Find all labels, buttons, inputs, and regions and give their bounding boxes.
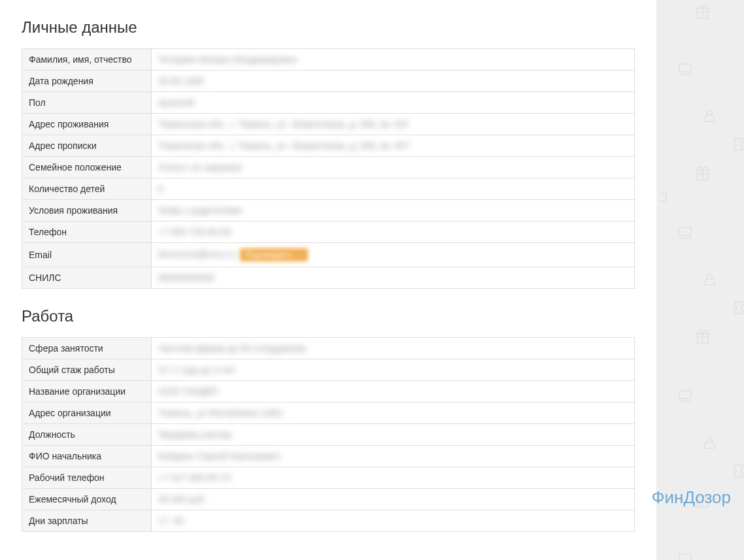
row-label: ФИО начальника: [22, 446, 152, 467]
table-row: ФИО начальникаБабурин Сергей Николаевич: [22, 446, 635, 467]
work-data-table: Сфера занятостиЧастная фирма до 50 сотру…: [22, 337, 635, 532]
blurred-value: мужской: [158, 97, 194, 108]
table-row: Семейное положениеХолост не замужем: [22, 157, 635, 178]
row-label: Дни зарплаты: [22, 510, 152, 532]
table-row: Адрес организацииТюмень, ул Республики 1…: [22, 403, 635, 424]
row-label: Количество детей: [22, 178, 152, 200]
blurred-value: Тюменская обл., г. Тюмень, ул. Энергетик…: [158, 140, 409, 151]
row-value: 17, 30: [152, 510, 635, 532]
row-label: Сфера занятости: [22, 338, 152, 359]
confirm-badge[interactable]: Подтвердить →: [240, 248, 308, 261]
row-label: Телефон: [22, 222, 152, 243]
row-value: ООО ТАНДЕР: [152, 381, 635, 403]
row-value: Бабурин Сергей Николаевич: [152, 446, 635, 467]
row-label: Адрес проживания: [22, 114, 152, 135]
row-value: Тюмень, ул Республики 148/1: [152, 403, 635, 424]
row-value: мужской: [152, 92, 635, 114]
row-value: Mxxxxxxx@xxxx.ruПодтвердить →: [152, 243, 635, 267]
svg-rect-2: [679, 227, 691, 235]
blurred-value: Бабурин Сергей Николаевич: [158, 451, 280, 461]
blurred-value: Mxxxxxxx@xxxx.ru: [158, 249, 236, 259]
blurred-value: 30.09.1990: [158, 76, 204, 86]
row-value: +7 917 000-00-70: [152, 467, 635, 489]
row-label: Общий стаж работы: [22, 359, 152, 381]
row-label: Семейное положение: [22, 157, 152, 178]
blurred-value: ООО ТАНДЕР: [158, 386, 218, 397]
table-row: Дни зарплаты17, 30: [22, 510, 635, 532]
watermark: ФинДозор: [652, 487, 731, 508]
blurred-value: Холост не замужем: [158, 162, 241, 173]
table-row: Количество детей0: [22, 178, 635, 200]
table-row: ДолжностьПродавец кассир: [22, 424, 635, 446]
row-value: Тетеркин Михаил Владимирович: [152, 49, 635, 71]
table-row: Условия проживанияЖиву с родителями: [22, 200, 635, 222]
row-label: Фамилия, имя, отчество: [22, 49, 152, 71]
row-label: Должность: [22, 424, 152, 446]
blurred-value: 0: [158, 184, 163, 194]
svg-rect-0: [679, 64, 691, 72]
blurred-value: 30 000 руб.: [158, 494, 206, 504]
table-row: Сфера занятостиЧастная фирма до 50 сотру…: [22, 338, 635, 359]
blurred-value: Тюменская обл., г. Тюмень, ул. Энергетик…: [158, 119, 409, 129]
blurred-value: 00000000000: [158, 272, 214, 283]
table-row: Телефон+7 900 700-00-00: [22, 222, 635, 243]
row-label: Название организации: [22, 381, 152, 403]
blurred-value: От 1 года до 3 лет: [158, 365, 235, 375]
row-value: От 1 года до 3 лет: [152, 359, 635, 381]
table-row: Адрес пропискиТюменская обл., г. Тюмень,…: [22, 135, 635, 157]
row-label: Рабочий телефон: [22, 467, 152, 489]
row-value: Тюменская обл., г. Тюмень, ул. Энергетик…: [152, 135, 635, 157]
blurred-value: +7 917 000-00-70: [158, 472, 231, 483]
blurred-value: Частная фирма до 50 сотрудников: [158, 343, 306, 354]
svg-rect-3: [679, 391, 691, 399]
row-value: 30 000 руб.: [152, 489, 635, 510]
blurred-value: Продавец кассир: [158, 429, 231, 440]
row-label: Условия проживания: [22, 200, 152, 222]
table-row: Ежемесячный доход30 000 руб.: [22, 489, 635, 510]
row-value: Живу с родителями: [152, 200, 635, 222]
row-value: Холост не замужем: [152, 157, 635, 178]
row-value: +7 900 700-00-00: [152, 222, 635, 243]
table-row: Полмужской: [22, 92, 635, 114]
section-title-personal: Личные данные: [22, 0, 635, 48]
row-value: 00000000000: [152, 267, 635, 289]
table-row: Фамилия, имя, отчествоТетеркин Михаил Вл…: [22, 49, 635, 71]
row-value: 30.09.1990: [152, 71, 635, 92]
row-label: Адрес прописки: [22, 135, 152, 157]
row-label: Адрес организации: [22, 403, 152, 424]
table-row: Рабочий телефон+7 917 000-00-70: [22, 467, 635, 489]
table-row: EmailMxxxxxxx@xxxx.ruПодтвердить →: [22, 243, 635, 267]
row-value: Продавец кассир: [152, 424, 635, 446]
table-row: СНИЛС00000000000: [22, 267, 635, 289]
table-row: Общий стаж работыОт 1 года до 3 лет: [22, 359, 635, 381]
blurred-value: 17, 30: [158, 516, 184, 526]
main-card: Личные данные Фамилия, имя, отчествоТете…: [0, 0, 656, 560]
svg-rect-1: [659, 193, 666, 201]
blurred-value: Тюмень, ул Республики 148/1: [158, 408, 284, 418]
row-label: Пол: [22, 92, 152, 114]
row-label: Дата рождения: [22, 71, 152, 92]
table-row: Адрес проживанияТюменская обл., г. Тюмен…: [22, 114, 635, 135]
section-title-work: Работа: [22, 289, 635, 337]
personal-data-table: Фамилия, имя, отчествоТетеркин Михаил Вл…: [22, 48, 635, 289]
row-label: Email: [22, 243, 152, 267]
blurred-value: +7 900 700-00-00: [158, 227, 231, 237]
blurred-value: Живу с родителями: [158, 205, 242, 216]
row-value: Частная фирма до 50 сотрудников: [152, 338, 635, 359]
svg-rect-4: [679, 554, 691, 560]
table-row: Дата рождения30.09.1990: [22, 71, 635, 92]
row-value: Тюменская обл., г. Тюмень, ул. Энергетик…: [152, 114, 635, 135]
row-label: Ежемесячный доход: [22, 489, 152, 510]
blurred-value: Тетеркин Михаил Владимирович: [158, 54, 297, 65]
row-value: 0: [152, 178, 635, 200]
row-label: СНИЛС: [22, 267, 152, 289]
table-row: Название организацииООО ТАНДЕР: [22, 381, 635, 403]
